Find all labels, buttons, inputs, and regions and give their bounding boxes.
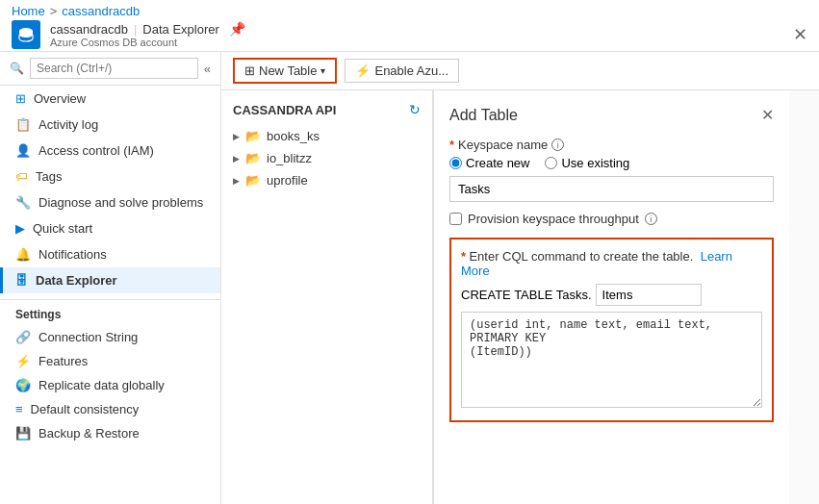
app-icon	[12, 20, 40, 49]
sidebar-item-label: Replicate data globally	[38, 378, 165, 392]
connection-string-icon: 🔗	[15, 330, 31, 344]
sidebar-item-label: Overview	[34, 91, 86, 106]
keyspace-label: Keyspace name	[458, 138, 548, 152]
sidebar-item-access-control[interactable]: 👤 Access control (IAM)	[0, 138, 220, 164]
sidebar-item-label: Activity log	[38, 117, 98, 132]
keyspace-name-input[interactable]	[449, 176, 774, 202]
cql-body-textarea[interactable]: (userid int, name text, email text, PRIM…	[461, 312, 762, 408]
tree-refresh-button[interactable]: ↻	[409, 102, 421, 117]
sidebar-item-label: Notifications	[38, 247, 107, 262]
create-new-radio[interactable]	[449, 157, 462, 169]
add-table-panel: Add Table ✕ * Keyspace name i	[433, 90, 789, 504]
new-table-icon: ⊞	[244, 63, 255, 78]
enable-azure-label: Enable Azu...	[374, 63, 448, 78]
provision-checkbox-row[interactable]: Provision keyspace throughput i	[449, 212, 774, 226]
new-table-button[interactable]: ⊞ New Table ▾	[233, 58, 337, 84]
nav-items: ⊞ Overview 📋 Activity log 👤 Access contr…	[0, 86, 220, 445]
activity-log-icon: 📋	[15, 117, 31, 132]
sidebar-item-quick-start[interactable]: ▶ Quick start	[0, 215, 220, 241]
breadcrumb-current[interactable]: cassandracdb	[62, 4, 140, 18]
panel-title: Add Table	[449, 107, 518, 124]
keyspace-info-icon[interactable]: i	[551, 139, 564, 151]
create-new-radio-label[interactable]: Create new	[449, 156, 529, 170]
use-existing-radio[interactable]	[545, 157, 557, 169]
empty-right-area	[789, 90, 819, 504]
table-name-input[interactable]	[596, 284, 702, 306]
toolbar: ⊞ New Table ▾ ⚡ Enable Azu...	[221, 52, 819, 90]
cql-table-row: CREATE TABLE Tasks.	[461, 284, 762, 306]
radio-group: Create new Use existing	[449, 156, 774, 170]
data-explorer-area: CASSANDRA API ↻ ▶ 📂 books_ks ▶ 📂 io_blit…	[221, 90, 819, 504]
sidebar-item-label: Default consistency	[31, 402, 140, 416]
app-title: cassandracdb | Data Explorer 📌	[50, 21, 245, 37]
panel-close-button[interactable]: ✕	[761, 106, 774, 124]
tree-arrow-icon: ▶	[233, 132, 240, 141]
breadcrumb: Home > cassandracdb	[12, 4, 807, 18]
sidebar-item-default-consistency[interactable]: ≡ Default consistency	[0, 397, 220, 421]
backup-restore-icon: 💾	[15, 426, 31, 441]
tree-arrow-icon: ▶	[233, 154, 240, 164]
collapse-icon[interactable]: «	[204, 62, 211, 76]
notifications-icon: 🔔	[15, 247, 31, 262]
tree-item-io-blitzz[interactable]: ▶ 📂 io_blitzz	[221, 147, 432, 169]
breadcrumb-home[interactable]: Home	[12, 4, 45, 18]
use-existing-radio-label[interactable]: Use existing	[545, 156, 629, 170]
provision-checkbox[interactable]	[449, 213, 462, 225]
sidebar-item-label: Access control (IAM)	[38, 143, 154, 158]
breadcrumb-sep: >	[50, 4, 58, 18]
provision-label: Provision keyspace throughput	[468, 212, 639, 226]
sidebar-item-label: Diagnose and solve problems	[38, 195, 203, 210]
sidebar-item-tags[interactable]: 🏷 Tags	[0, 164, 220, 189]
sidebar-item-label: Connection String	[38, 330, 138, 344]
sidebar-item-notifications[interactable]: 🔔 Notifications	[0, 241, 220, 267]
tags-icon: 🏷	[15, 169, 28, 184]
search-icon: 🔍	[10, 62, 24, 75]
enable-azure-icon: ⚡	[355, 63, 371, 78]
content-area: ⊞ New Table ▾ ⚡ Enable Azu... CASSANDRA …	[221, 52, 819, 504]
provision-info-icon[interactable]: i	[645, 213, 657, 225]
required-indicator: *	[449, 138, 454, 152]
sidebar-search-input[interactable]	[30, 58, 198, 79]
default-consistency-icon: ≡	[15, 402, 23, 416]
diagnose-icon: 🔧	[15, 195, 31, 210]
pin-icon[interactable]: 📌	[229, 21, 245, 37]
tree-panel: CASSANDRA API ↻ ▶ 📂 books_ks ▶ 📂 io_blit…	[221, 90, 433, 504]
window-close-button[interactable]: ✕	[793, 24, 807, 45]
tree-arrow-icon: ▶	[233, 176, 240, 186]
io-blitzz-icon: 📂	[245, 151, 261, 165]
quick-start-icon: ▶	[15, 221, 25, 236]
access-control-icon: 👤	[15, 143, 31, 158]
settings-section-title: Settings	[0, 300, 220, 325]
sidebar: 🔍 « ⊞ Overview 📋 Activity log 👤 Access c…	[0, 52, 221, 504]
sidebar-item-backup-restore[interactable]: 💾 Backup & Restore	[0, 421, 220, 445]
replicate-data-icon: 🌍	[15, 378, 31, 392]
features-icon: ⚡	[15, 354, 31, 368]
sidebar-item-connection-string[interactable]: 🔗 Connection String	[0, 325, 220, 349]
dropdown-arrow-icon: ▾	[320, 65, 325, 76]
sidebar-item-replicate-data[interactable]: 🌍 Replicate data globally	[0, 373, 220, 397]
sidebar-item-label: Features	[38, 354, 88, 368]
sidebar-item-overview[interactable]: ⊞ Overview	[0, 86, 220, 112]
cql-label: * Enter CQL command to create the table.…	[461, 249, 762, 278]
tree-item-label: io_blitzz	[267, 151, 312, 165]
sidebar-item-label: Tags	[36, 169, 62, 184]
uprofile-icon: 📂	[245, 173, 261, 188]
sidebar-item-features[interactable]: ⚡ Features	[0, 349, 220, 373]
enable-azure-button[interactable]: ⚡ Enable Azu...	[345, 59, 459, 83]
cql-section: * Enter CQL command to create the table.…	[449, 238, 774, 422]
sidebar-item-activity-log[interactable]: 📋 Activity log	[0, 112, 220, 138]
sidebar-item-label: Backup & Restore	[38, 426, 140, 441]
app-subtitle: Azure Cosmos DB account	[50, 37, 245, 48]
sidebar-item-label: Quick start	[33, 221, 92, 236]
required-indicator-cql: *	[461, 249, 466, 264]
overview-icon: ⊞	[15, 91, 26, 106]
tree-header: CASSANDRA API	[233, 103, 336, 117]
create-table-prefix: CREATE TABLE Tasks.	[461, 288, 592, 302]
sidebar-item-diagnose[interactable]: 🔧 Diagnose and solve problems	[0, 189, 220, 215]
tree-item-label: uprofile	[267, 173, 308, 188]
tree-item-label: books_ks	[267, 129, 320, 143]
tree-item-uprofile[interactable]: ▶ 📂 uprofile	[221, 169, 432, 191]
new-table-label: New Table	[259, 63, 317, 78]
tree-item-books-ks[interactable]: ▶ 📂 books_ks	[221, 125, 432, 147]
sidebar-item-data-explorer[interactable]: 🗄 Data Explorer	[0, 267, 220, 293]
